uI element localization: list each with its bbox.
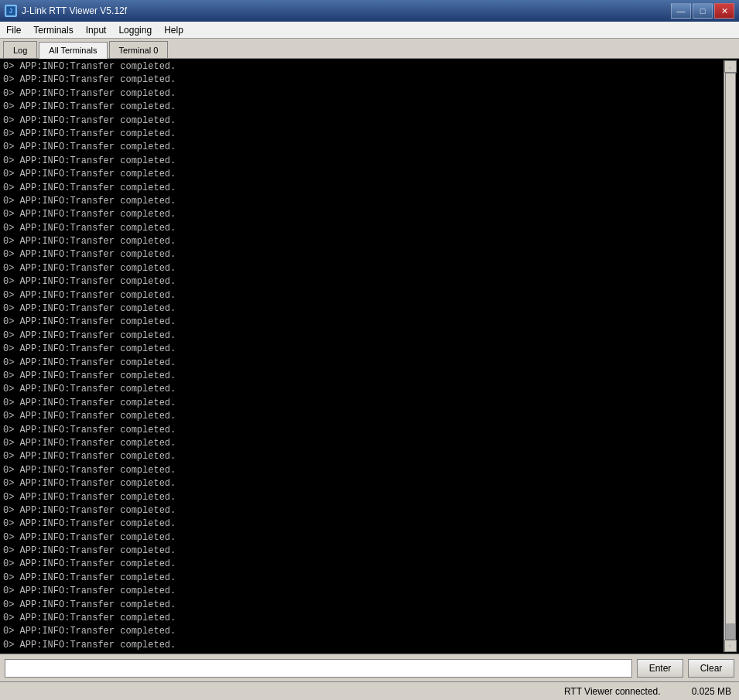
tab-log-label: Log bbox=[13, 46, 27, 55]
menu-input[interactable]: Input bbox=[80, 22, 113, 38]
terminal-line: 0> APP:INFO:Transfer completed. bbox=[3, 464, 724, 477]
tab-all-terminals[interactable]: All Terminals bbox=[39, 42, 107, 59]
terminal-line: 0> APP:INFO:Transfer completed. bbox=[3, 397, 724, 410]
terminal-line: 0> APP:INFO:Transfer completed. bbox=[3, 450, 724, 463]
window-title: J-Link RTT Viewer V5.12f bbox=[22, 5, 127, 16]
terminal-line: 0> APP:INFO:Transfer completed. bbox=[3, 141, 724, 154]
terminal-line: 0> APP:INFO:Transfer completed. bbox=[3, 370, 724, 383]
terminal-line: 0> APP:INFO:Transfer completed. bbox=[3, 262, 724, 275]
tab-all-terminals-label: All Terminals bbox=[49, 46, 97, 55]
maximize-button[interactable]: □ bbox=[693, 3, 713, 19]
status-bar: RTT Viewer connected. 0.025 MB bbox=[0, 681, 739, 700]
enter-button[interactable]: Enter bbox=[637, 659, 683, 678]
terminal-line: 0> APP:INFO:Transfer completed. bbox=[3, 383, 724, 396]
terminal-line: 0> APP:INFO:Transfer completed. bbox=[3, 424, 724, 437]
terminal-line: 0> APP:INFO:Transfer completed. bbox=[3, 612, 724, 625]
terminal-line: 0> APP:INFO:Transfer completed. bbox=[3, 128, 724, 141]
terminal-line: 0> APP:INFO:Transfer completed. bbox=[3, 60, 724, 73]
terminal-line: 0> APP:INFO:Transfer completed. bbox=[3, 625, 724, 638]
terminal-line: 0> APP:INFO:Transfer completed. bbox=[3, 114, 724, 128]
tab-log[interactable]: Log bbox=[3, 41, 37, 58]
terminal-line: 0> APP:INFO:Transfer completed. bbox=[3, 101, 724, 114]
terminal-line: 0> APP:INFO:Transfer completed. bbox=[3, 87, 724, 101]
menu-file[interactable]: File bbox=[0, 22, 27, 38]
terminal-line: 0> APP:INFO:Transfer completed. bbox=[3, 477, 724, 490]
terminal-line: 0> APP:INFO:Transfer completed. bbox=[3, 289, 724, 302]
terminal-line: 0> APP:INFO:Transfer completed. bbox=[3, 235, 724, 248]
terminal-line: 0> APP:INFO:Transfer completed. bbox=[3, 302, 724, 316]
terminal-line: 0> APP:INFO:Transfer completed. bbox=[3, 182, 724, 195]
menu-terminals[interactable]: Terminals bbox=[27, 22, 79, 38]
tab-terminal-0-label: Terminal 0 bbox=[119, 46, 159, 55]
menu-help[interactable]: Help bbox=[158, 22, 190, 38]
terminal-line: 0> APP:INFO:Transfer completed. bbox=[3, 248, 724, 261]
memory-usage: 0.025 MB bbox=[692, 686, 731, 697]
close-button[interactable]: ✕ bbox=[714, 3, 734, 19]
title-bar: J J-Link RTT Viewer V5.12f — □ ✕ bbox=[0, 0, 739, 22]
menu-logging[interactable]: Logging bbox=[112, 22, 158, 38]
terminal-line: 0> APP:INFO:Transfer completed. bbox=[3, 155, 724, 168]
scroll-thumb[interactable] bbox=[726, 623, 735, 639]
scroll-up-button[interactable]: ▲ bbox=[724, 60, 737, 73]
terminal-line: 0> APP:INFO:Transfer completed. bbox=[3, 222, 724, 235]
command-input[interactable] bbox=[5, 659, 632, 678]
terminal-line: 0> APP:INFO:Transfer completed. bbox=[3, 343, 724, 356]
bottom-area: Enter Clear bbox=[0, 654, 739, 681]
terminal-output: 0> APP:INFO:Transfer completed.0> APP:IN… bbox=[3, 60, 724, 652]
title-bar-left: J J-Link RTT Viewer V5.12f bbox=[5, 5, 127, 17]
app-icon: J bbox=[5, 5, 17, 17]
terminal-line: 0> APP:INFO:Transfer completed. bbox=[3, 195, 724, 208]
terminal-line: 0> APP:INFO:Transfer completed. bbox=[3, 531, 724, 545]
terminal-line: 0> APP:INFO:Transfer completed. bbox=[3, 517, 724, 531]
terminal-line: 0> APP:INFO:Transfer completed. bbox=[3, 316, 724, 329]
minimize-button[interactable]: — bbox=[671, 3, 691, 19]
terminal-line: 0> APP:INFO:Transfer completed. bbox=[3, 504, 724, 517]
terminal-line: 0> APP:INFO:Transfer completed. bbox=[3, 330, 724, 343]
terminal-line: 0> APP:INFO:Transfer completed. bbox=[3, 357, 724, 370]
terminal-scrollbar[interactable]: ▲ ▼ bbox=[724, 60, 736, 652]
clear-button[interactable]: Clear bbox=[688, 659, 734, 678]
terminal-line: 0> APP:INFO:Transfer completed. bbox=[3, 572, 724, 585]
svg-text:J: J bbox=[9, 8, 12, 15]
terminal-line: 0> APP:INFO:Transfer completed. bbox=[3, 585, 724, 598]
terminal-line: 0> APP:INFO:Transfer completed. bbox=[3, 545, 724, 558]
terminal-line: 0> APP:INFO:Transfer completed. bbox=[3, 599, 724, 612]
terminal-line: 0> APP:INFO:Transfer completed. bbox=[3, 275, 724, 289]
title-bar-controls: — □ ✕ bbox=[671, 3, 734, 19]
menu-bar: File Terminals Input Logging Help bbox=[0, 22, 739, 39]
connection-status: RTT Viewer connected. bbox=[564, 686, 661, 697]
terminal-line: 0> APP:INFO:Transfer completed. bbox=[3, 639, 724, 652]
terminal-line: 0> APP:INFO:Transfer completed. bbox=[3, 410, 724, 423]
tab-bar: Log All Terminals Terminal 0 bbox=[0, 39, 739, 59]
tab-terminal-0[interactable]: Terminal 0 bbox=[109, 41, 169, 58]
scroll-down-button[interactable]: ▼ bbox=[724, 640, 737, 652]
terminal-line: 0> APP:INFO:Transfer completed. bbox=[3, 558, 724, 571]
terminal-line: 0> APP:INFO:Transfer completed. bbox=[3, 168, 724, 181]
terminal-line: 0> APP:INFO:Transfer completed. bbox=[3, 73, 724, 87]
terminal-area: 0> APP:INFO:Transfer completed.0> APP:IN… bbox=[0, 59, 739, 654]
scroll-track[interactable] bbox=[725, 73, 736, 640]
terminal-line: 0> APP:INFO:Transfer completed. bbox=[3, 208, 724, 221]
terminal-line: 0> APP:INFO:Transfer completed. bbox=[3, 437, 724, 450]
terminal-line: 0> APP:INFO:Transfer completed. bbox=[3, 491, 724, 504]
